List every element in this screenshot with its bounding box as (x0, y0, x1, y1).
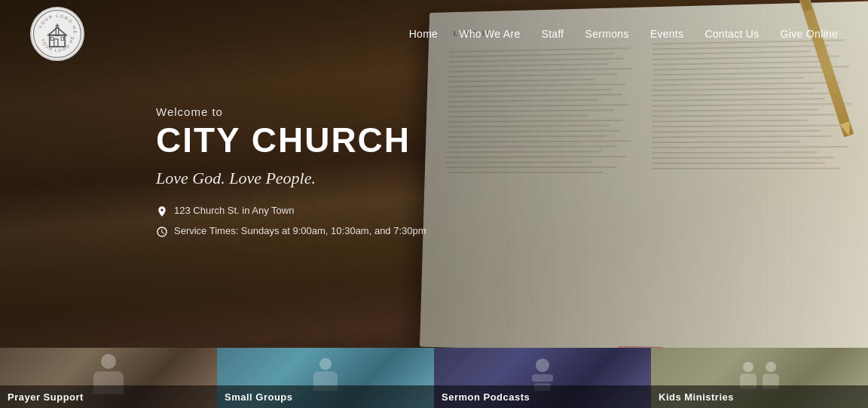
card-sermon-podcasts-label: Sermon Podcasts (442, 391, 530, 403)
nav-sermons[interactable]: Sermons (585, 28, 629, 40)
card-small-groups-label-bar: Small Groups (217, 385, 434, 408)
svg-rect-8 (51, 37, 53, 40)
nav-events[interactable]: Events (650, 28, 684, 40)
card-prayer-label-bar: Prayer Support (0, 385, 217, 408)
main-nav: Home Who We Are Staff Sermons Events Con… (409, 28, 838, 40)
card-prayer-label: Prayer Support (8, 391, 84, 403)
service-times-text: Service Times: Sundays at 9:00am, 10:30a… (174, 225, 426, 236)
card-small-groups-label: Small Groups (225, 391, 293, 403)
address-text: 123 Church St. in Any Town (174, 205, 294, 216)
nav-give-online[interactable]: Give Online (781, 28, 838, 40)
hero-content: Welcome to CITY CHURCH Love God. Love Pe… (156, 105, 426, 245)
nav-staff[interactable]: Staff (542, 28, 564, 40)
svg-marker-7 (48, 28, 66, 35)
svg-rect-3 (54, 39, 58, 47)
tagline: Love God. Love People. (156, 169, 426, 188)
service-times-row: Service Times: Sundays at 9:00am, 10:30a… (156, 225, 426, 238)
card-sermon-podcasts-label-bar: Sermon Podcasts (434, 385, 651, 408)
card-sermon-podcasts[interactable]: Sermon Podcasts (434, 348, 651, 408)
welcome-label: Welcome to (156, 105, 426, 118)
svg-rect-9 (61, 37, 63, 40)
address-row: 123 Church St. in Any Town (156, 205, 426, 218)
logo[interactable]: YOUR LOGO HERE YO (30, 7, 84, 61)
clock-icon (156, 226, 168, 238)
card-kids-ministries-label: Kids Ministries (659, 391, 734, 403)
nav-contact-us[interactable]: Contact Us (704, 28, 759, 40)
card-kids-ministries[interactable]: Kids Ministries (651, 348, 868, 408)
card-prayer-support[interactable]: Prayer Support (0, 348, 217, 408)
nav-home[interactable]: Home (409, 28, 439, 40)
site-header: YOUR LOGO HERE YO (0, 0, 868, 68)
location-icon (156, 206, 168, 218)
card-small-groups[interactable]: Small Groups (217, 348, 434, 408)
church-name: CITY CHURCH (156, 121, 426, 160)
nav-who-we-are[interactable]: Who We Are (459, 28, 520, 40)
card-kids-ministries-label-bar: Kids Ministries (651, 385, 868, 408)
bottom-cards: Prayer Support Small Groups Sermon Podca… (0, 348, 868, 408)
logo-svg: YOUR LOGO HERE YO (32, 8, 83, 59)
svg-text:YOUR LOGO HERE: YOUR LOGO HERE (32, 8, 78, 35)
